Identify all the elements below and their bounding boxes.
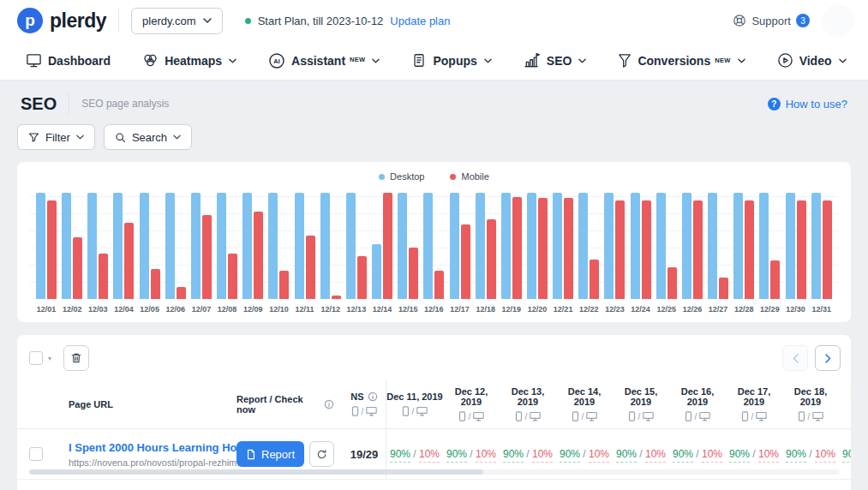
desktop-bar[interactable]: [423, 193, 433, 299]
legend-item-desktop[interactable]: Desktop: [379, 171, 424, 182]
mobile-percent[interactable]: 10%: [419, 448, 440, 463]
desktop-bar[interactable]: [708, 193, 717, 299]
mobile-percent[interactable]: 10%: [589, 448, 609, 463]
select-all-checkbox[interactable]: [29, 351, 43, 365]
desktop-bar[interactable]: [346, 193, 356, 299]
nav-item-assistant[interactable]: AIAssistantNEW: [268, 52, 380, 69]
nav-item-heatmaps[interactable]: Heatmaps: [142, 52, 236, 69]
nav-item-dashboard[interactable]: Dashboard: [26, 52, 111, 69]
mobile-bar[interactable]: [512, 197, 522, 299]
search-button[interactable]: Search: [104, 124, 192, 150]
mobile-bar[interactable]: [151, 269, 160, 299]
desktop-bar[interactable]: [476, 193, 485, 299]
desktop-percent[interactable]: 90%: [842, 448, 851, 463]
mobile-bar[interactable]: [124, 223, 134, 299]
mobile-bar[interactable]: [538, 198, 548, 299]
desktop-bar[interactable]: [501, 193, 511, 299]
filter-button[interactable]: Filter: [17, 124, 95, 150]
mobile-bar[interactable]: [357, 256, 367, 299]
mobile-percent[interactable]: 10%: [645, 448, 666, 463]
desktop-bar[interactable]: [578, 193, 588, 299]
desktop-bar[interactable]: [36, 193, 45, 299]
desktop-percent[interactable]: 90%: [673, 448, 693, 463]
mobile-bar[interactable]: [667, 267, 677, 299]
mobile-percent[interactable]: 10%: [815, 448, 835, 463]
info-icon[interactable]: [368, 391, 378, 402]
mobile-bar[interactable]: [73, 237, 82, 299]
desktop-percent[interactable]: 90%: [446, 448, 467, 463]
desktop-bar[interactable]: [62, 193, 71, 299]
nav-item-video[interactable]: Video: [777, 52, 847, 69]
desktop-bar[interactable]: [165, 193, 175, 299]
desktop-bar[interactable]: [268, 193, 278, 299]
desktop-bar[interactable]: [320, 193, 330, 299]
select-dropdown-caret-icon[interactable]: ▾: [48, 355, 51, 362]
domain-selector[interactable]: plerdy.com: [131, 8, 223, 34]
desktop-bar[interactable]: [553, 193, 562, 299]
desktop-bar[interactable]: [656, 193, 666, 299]
desktop-bar[interactable]: [450, 193, 459, 299]
col-date[interactable]: Dec 17, 2019/: [726, 386, 782, 421]
mobile-bar[interactable]: [306, 236, 315, 299]
mobile-bar[interactable]: [693, 200, 703, 299]
col-date[interactable]: Dec 18, 2019/: [782, 386, 839, 421]
mobile-bar[interactable]: [99, 254, 108, 299]
desktop-bar[interactable]: [191, 193, 201, 299]
mobile-percent[interactable]: 10%: [532, 448, 553, 463]
col-date[interactable]: Dec 16, 2019/: [669, 386, 726, 421]
col-date[interactable]: Dec 11, 2019/: [386, 391, 443, 416]
mobile-percent[interactable]: 10%: [758, 448, 779, 463]
next-page-button[interactable]: [815, 345, 841, 371]
mobile-bar[interactable]: [797, 200, 806, 299]
desktop-bar[interactable]: [398, 193, 407, 299]
mobile-bar[interactable]: [564, 198, 573, 299]
info-icon[interactable]: [324, 399, 334, 409]
mobile-percent[interactable]: 10%: [476, 448, 496, 463]
desktop-bar[interactable]: [682, 193, 691, 299]
mobile-bar[interactable]: [177, 287, 186, 299]
desktop-bar[interactable]: [786, 193, 795, 299]
mobile-bar[interactable]: [383, 193, 392, 299]
mobile-bar[interactable]: [487, 219, 496, 299]
desktop-bar[interactable]: [295, 193, 304, 299]
mobile-bar[interactable]: [279, 271, 289, 299]
col-report[interactable]: Report / Check now: [236, 394, 343, 415]
desktop-bar[interactable]: [217, 193, 226, 299]
desktop-bar[interactable]: [604, 193, 614, 299]
desktop-bar[interactable]: [140, 193, 149, 299]
mobile-bar[interactable]: [332, 296, 341, 299]
desktop-bar[interactable]: [87, 193, 97, 299]
plerdy-logo[interactable]: p plerdy: [17, 8, 106, 33]
delete-button[interactable]: [63, 345, 89, 371]
mobile-bar[interactable]: [745, 200, 754, 299]
mobile-bar[interactable]: [642, 200, 651, 299]
mobile-bar[interactable]: [228, 254, 237, 299]
avatar[interactable]: [822, 4, 854, 37]
desktop-percent[interactable]: 90%: [503, 448, 524, 463]
how-to-use-link[interactable]: ? How to use?: [768, 98, 847, 111]
mobile-bar[interactable]: [254, 212, 263, 299]
desktop-bar[interactable]: [811, 193, 821, 299]
desktop-bar[interactable]: [733, 193, 743, 299]
col-date[interactable]: Dec 14, 2019/: [556, 386, 613, 421]
scrollbar-thumb[interactable]: [29, 469, 483, 475]
desktop-bar[interactable]: [372, 244, 381, 299]
desktop-bar[interactable]: [631, 193, 640, 299]
desktop-percent[interactable]: 90%: [616, 448, 637, 463]
col-ns[interactable]: NS /: [343, 391, 386, 416]
prev-page-button[interactable]: [782, 345, 808, 371]
mobile-bar[interactable]: [590, 260, 599, 299]
mobile-bar[interactable]: [823, 200, 832, 299]
refresh-button[interactable]: [309, 441, 334, 467]
mobile-bar[interactable]: [461, 224, 470, 299]
mobile-bar[interactable]: [409, 248, 418, 299]
col-date[interactable]: Dec 13, 2019/: [500, 386, 556, 421]
desktop-bar[interactable]: [242, 193, 252, 299]
desktop-percent[interactable]: 90%: [786, 448, 806, 463]
mobile-bar[interactable]: [615, 200, 625, 299]
col-date[interactable]: Dec 19, 2019/: [839, 386, 851, 421]
page-title-link[interactable]: I Spent 2000 Hours Learning How To...: [69, 441, 236, 454]
col-date[interactable]: Dec 12, 2019/: [443, 386, 500, 421]
mobile-bar[interactable]: [202, 215, 212, 299]
mobile-bar[interactable]: [770, 260, 780, 299]
